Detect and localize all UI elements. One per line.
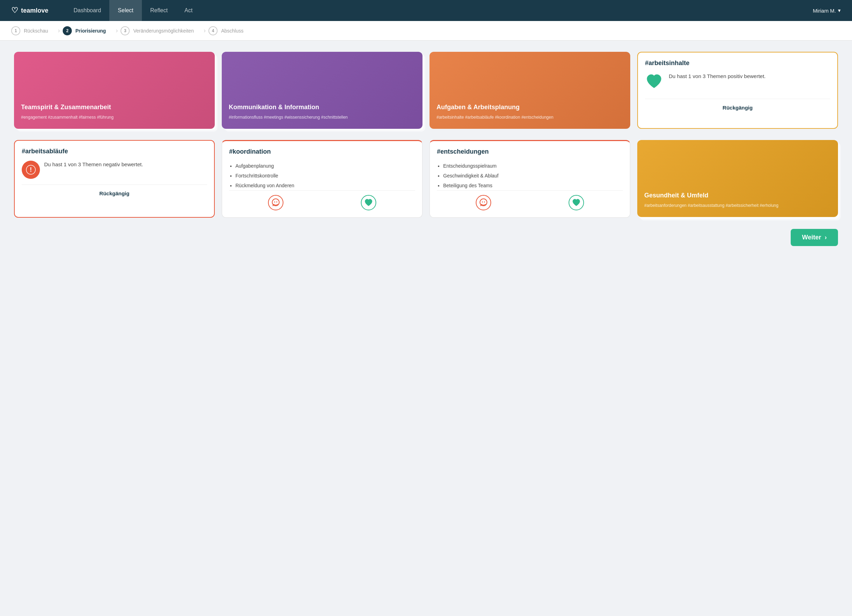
user-menu[interactable]: Miriam M. ▾ [813,8,841,14]
weiter-label: Weiter [802,234,821,241]
koordination-negative-btn[interactable] [268,195,283,210]
card-arbeitsinhalte-body: Du hast 1 von 3 Themen positiv bewertet. [645,72,830,93]
card-entscheidungen: #entscheidungen Entscheidungsspielraum G… [429,140,630,218]
nav-links: Dashboard Select Reflect Act [65,0,813,21]
list-item: Fortschrittskontrolle [236,171,415,181]
weiter-container: Weiter › [14,229,838,246]
card-gesundheit[interactable]: Gesundheit & Umfeld #arbeitsanforderunge… [637,140,838,218]
list-item: Entscheidungsspielraum [443,161,623,171]
card-teamspirit-tags: #engagement #zusammenhalt #fairness #füh… [21,114,208,120]
weiter-button[interactable]: Weiter › [791,229,838,246]
list-item: Aufgabenplanung [236,161,415,171]
breadcrumb-step-2[interactable]: 2 Priorisierung [63,26,113,35]
step-label-3: Veränderungsmöglichkeiten [133,28,194,34]
user-chevron-icon: ▾ [838,8,841,14]
nav-select[interactable]: Select [109,0,142,21]
weiter-chevron-icon: › [825,234,827,241]
logo: ♡ teamlove [11,6,48,15]
step-num-3: 3 [121,26,130,35]
card-teamspirit-inner: Teamspirit & Zusammenarbeit #engagement … [14,52,215,129]
card-kommunikation-tags: #informationsfluss #meetings #wissenssic… [229,114,415,120]
breadcrumb-arrow-3: › [204,27,205,34]
nav-act[interactable]: Act [176,0,201,21]
card-teamspirit[interactable]: Teamspirit & Zusammenarbeit #engagement … [14,52,215,129]
nav-reflect[interactable]: Reflect [142,0,176,21]
koordination-positive-btn[interactable] [361,195,376,210]
navbar: ♡ teamlove Dashboard Select Reflect Act … [0,0,852,21]
card-gesundheit-inner: Gesundheit & Umfeld #arbeitsanforderunge… [637,140,838,217]
card-aufgaben-title: Aufgaben & Arbeitsplanung [437,103,623,111]
breadcrumb-arrow-1: › [58,27,60,34]
card-koordination-list: Aufgabenplanung Fortschrittskontrolle Rü… [229,161,415,190]
svg-point-3 [274,202,275,203]
card-aufgaben-inner: Aufgaben & Arbeitsplanung #arbeitsinhalt… [429,52,630,129]
breadcrumb-step-3[interactable]: 3 Veränderungsmöglichkeiten [121,26,201,35]
list-item: Geschwindigkeit & Ablauf [443,171,623,181]
step-label-4: Abschluss [221,28,243,34]
step-num-2: 2 [63,26,72,35]
cards-row-2: #arbeitsabläufe ! Du hast 1 von 3 Themen… [14,140,838,218]
entscheidungen-negative-btn[interactable] [476,195,491,210]
logo-heart-icon: ♡ [11,6,18,15]
card-arbeitsablaeufe-text: Du hast 1 von 3 Themen negativ bewertet. [44,161,143,169]
card-arbeitsablaeufe-body: ! Du hast 1 von 3 Themen negativ bewerte… [22,161,207,179]
breadcrumb-arrow-2: › [116,27,118,34]
entscheidungen-positive-btn[interactable] [569,195,584,210]
card-entscheidungen-header: #entscheidungen [437,148,623,155]
card-arbeitsinhalte-header: #arbeitsinhalte [645,60,830,67]
card-arbeitsinhalte-action[interactable]: Rückgängig [645,103,830,112]
step-label-2: Priorisierung [76,28,106,34]
breadcrumb: 1 Rückschau › 2 Priorisierung › 3 Veränd… [0,21,852,41]
heart-icon [645,72,663,93]
card-kommunikation-inner: Kommunikation & Information #information… [222,52,423,129]
list-item: Beteiligung des Teams [443,181,623,190]
card-arbeitsablaeufe-action[interactable]: Rückgängig [22,189,207,198]
user-name: Miriam M. [813,8,836,14]
card-koordination-actions [229,190,415,210]
svg-point-6 [482,202,483,203]
step-num-1: 1 [11,26,20,35]
card-arbeitsinhalte-text: Du hast 1 von 3 Themen positiv bewertet. [669,72,766,80]
warning-icon: ! [22,161,40,179]
card-kommunikation[interactable]: Kommunikation & Information #information… [222,52,423,129]
card-gesundheit-tags: #arbeitsanforderungen #arbeitsausstattun… [644,202,831,209]
card-entscheidungen-list: Entscheidungsspielraum Geschwindigkeit &… [437,161,623,190]
breadcrumb-step-4[interactable]: 4 Abschluss [208,26,251,35]
card-arbeitsinhalte-divider [645,99,830,99]
card-gesundheit-title: Gesundheit & Umfeld [644,191,831,199]
card-koordination-header: #koordination [229,148,415,155]
step-num-4: 4 [208,26,218,35]
card-arbeitsablaeufe-header: #arbeitsabläufe [22,148,207,155]
main-content: Teamspirit & Zusammenarbeit #engagement … [0,41,852,257]
svg-point-4 [276,202,277,203]
logo-text: teamlove [21,7,48,14]
card-arbeitsablaeufe: #arbeitsabläufe ! Du hast 1 von 3 Themen… [14,140,215,218]
breadcrumb-step-1[interactable]: 1 Rückschau [11,26,55,35]
card-aufgaben-tags: #arbeitsinhalte #arbeitsabläufe #koordin… [437,114,623,120]
step-label-1: Rückschau [24,28,48,34]
nav-dashboard[interactable]: Dashboard [65,0,109,21]
card-koordination: #koordination Aufgabenplanung Fortschrit… [222,140,423,218]
list-item: Rückmeldung von Anderen [236,181,415,190]
card-arbeitsablaeufe-divider [22,184,207,185]
card-entscheidungen-actions [437,190,623,210]
card-teamspirit-title: Teamspirit & Zusammenarbeit [21,103,208,111]
cards-row-1: Teamspirit & Zusammenarbeit #engagement … [14,52,838,129]
svg-point-7 [484,202,485,203]
card-arbeitsinhalte: #arbeitsinhalte Du hast 1 von 3 Themen p… [637,52,838,129]
card-kommunikation-title: Kommunikation & Information [229,103,415,111]
card-aufgaben[interactable]: Aufgaben & Arbeitsplanung #arbeitsinhalt… [429,52,630,129]
svg-text:!: ! [30,166,32,173]
